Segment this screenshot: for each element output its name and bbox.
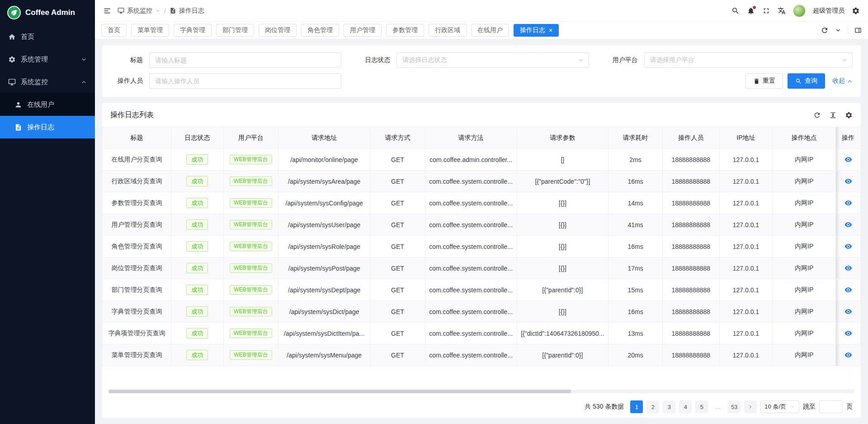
tab[interactable]: 部门管理 <box>216 24 254 37</box>
page-size-select[interactable]: 10 条/页 <box>760 400 799 413</box>
filter-title-field: 标题 <box>110 52 358 68</box>
view-detail-icon[interactable] <box>844 156 852 163</box>
cell-params: [{}] <box>517 257 609 279</box>
cell-location: 内网IP <box>773 192 836 214</box>
tab-label: 首页 <box>108 26 120 34</box>
jump-page-input[interactable] <box>819 400 843 413</box>
page-button[interactable]: 4 <box>679 400 692 413</box>
tab[interactable]: 在线用户 <box>471 24 509 37</box>
refresh-icon[interactable] <box>813 111 821 119</box>
reset-button[interactable]: 重置 <box>745 73 783 89</box>
page-button[interactable]: 5 <box>695 400 708 413</box>
cell-operator: 18888888888 <box>662 257 719 279</box>
view-detail-icon[interactable] <box>844 286 852 294</box>
page-size-label: 10 条/页 <box>764 403 786 411</box>
platform-tag: WEB管理后台 <box>230 285 272 294</box>
tab[interactable]: 用户管理 <box>344 24 382 37</box>
cell-params: [{}] <box>517 301 609 323</box>
column-header: 日志状态 <box>171 127 224 149</box>
query-button[interactable]: 查询 <box>788 73 825 89</box>
page-button[interactable]: 3 <box>663 400 675 413</box>
column-height-icon[interactable] <box>829 111 837 119</box>
cell-ip: 127.0.0.1 <box>719 171 773 192</box>
tab-options-chevron-icon[interactable] <box>835 27 841 33</box>
cell-clazz: com.coffee.system.controlle... <box>425 192 517 214</box>
view-detail-icon[interactable] <box>844 308 852 315</box>
chevron-right-icon <box>748 404 753 410</box>
title-input[interactable] <box>149 52 341 68</box>
platform-tag: WEB管理后台 <box>230 155 272 164</box>
view-detail-icon[interactable] <box>844 264 852 272</box>
view-detail-icon[interactable] <box>844 351 852 359</box>
status-select[interactable]: 请选择日志状态 <box>396 52 589 68</box>
tab[interactable]: 参数管理 <box>386 24 424 37</box>
column-header: 操作 <box>836 127 861 149</box>
collapse-link[interactable]: 收起 <box>832 77 853 85</box>
cell-status: 成功 <box>171 344 224 366</box>
cell-ip: 127.0.0.1 <box>719 344 773 366</box>
notification-bell-icon[interactable] <box>747 7 755 15</box>
cell-status: 成功 <box>171 301 224 323</box>
settings-gear-icon[interactable] <box>852 7 860 15</box>
query-button-label: 查询 <box>805 77 817 85</box>
fullscreen-icon[interactable] <box>762 7 770 15</box>
sidebar-item-label: 系统管理 <box>21 55 48 64</box>
view-detail-icon[interactable] <box>844 243 852 250</box>
translate-icon[interactable] <box>778 7 786 15</box>
tab[interactable]: 岗位管理 <box>259 24 297 37</box>
tab-bar: 首页菜单管理字典管理部门管理岗位管理角色管理用户管理参数管理行政区域在线用户操作… <box>95 22 868 39</box>
sidebar-item-system-monitor[interactable]: 系统监控 <box>0 71 95 93</box>
tab[interactable]: 首页 <box>101 24 127 37</box>
cell-status: 成功 <box>171 279 224 301</box>
tab-active[interactable]: 操作日志× <box>514 24 559 37</box>
tab-close-icon[interactable]: × <box>549 27 552 33</box>
topbar-actions: 超级管理员 <box>731 5 860 17</box>
cell-action <box>836 344 861 366</box>
cell-title: 菜单管理分页查询 <box>103 344 171 366</box>
cell-location: 内网IP <box>773 279 836 301</box>
tab[interactable]: 行政区域 <box>429 24 467 37</box>
next-page-button[interactable] <box>744 400 757 413</box>
operator-input[interactable] <box>149 73 341 89</box>
tab-label: 行政区域 <box>435 26 460 34</box>
search-icon[interactable] <box>731 7 740 15</box>
user-avatar[interactable] <box>793 5 806 17</box>
tab[interactable]: 菜单管理 <box>131 24 169 37</box>
page-button-active[interactable]: 1 <box>630 400 643 413</box>
tab[interactable]: 字典管理 <box>174 24 212 37</box>
sidebar-item-home[interactable]: 首页 <box>0 25 95 48</box>
platform-select[interactable]: 请选择用户平台 <box>644 52 853 68</box>
cell-params: [] <box>517 149 609 171</box>
cell-action <box>836 279 861 301</box>
cell-url: /api/system/sysDictItem/pa... <box>278 323 370 344</box>
page-button[interactable]: 53 <box>728 400 741 413</box>
page-button[interactable]: 2 <box>646 400 659 413</box>
cell-status: 成功 <box>171 236 224 257</box>
cell-clazz: com.coffee.system.controlle... <box>425 279 517 301</box>
cell-method: GET <box>370 279 425 301</box>
horizontal-scrollbar-thumb[interactable] <box>108 390 571 393</box>
refresh-icon[interactable] <box>821 26 829 34</box>
breadcrumb-item-monitor[interactable]: 系统监控 <box>118 7 160 15</box>
sidebar-item-operation-log[interactable]: 操作日志 <box>0 116 95 138</box>
settings-gear-icon[interactable] <box>845 111 853 119</box>
cell-title: 字典项管理分页查询 <box>103 323 171 344</box>
view-detail-icon[interactable] <box>844 199 852 207</box>
sidebar-item-system-management[interactable]: 系统管理 <box>0 48 95 71</box>
cell-title: 行政区域分页查询 <box>103 171 171 192</box>
view-detail-icon[interactable] <box>844 329 852 337</box>
status-select-placeholder: 请选择日志状态 <box>402 56 447 64</box>
table-row: 字典项管理分页查询成功WEB管理后台/api/system/sysDictIte… <box>103 323 861 344</box>
sidebar-item-online-users[interactable]: 在线用户 <box>0 93 95 116</box>
jump-label: 跳至 <box>803 403 816 411</box>
view-detail-icon[interactable] <box>844 177 852 185</box>
cell-method: GET <box>370 323 425 344</box>
cell-status: 成功 <box>171 214 224 236</box>
cell-operator: 18888888888 <box>662 279 719 301</box>
view-detail-icon[interactable] <box>844 221 852 229</box>
tab[interactable]: 角色管理 <box>301 24 339 37</box>
cell-url: /api/system/sysPost/page <box>278 257 370 279</box>
layout-panel-icon[interactable] <box>854 27 862 34</box>
sidebar-item-label: 系统监控 <box>21 78 48 86</box>
menu-collapse-icon[interactable] <box>103 7 111 15</box>
